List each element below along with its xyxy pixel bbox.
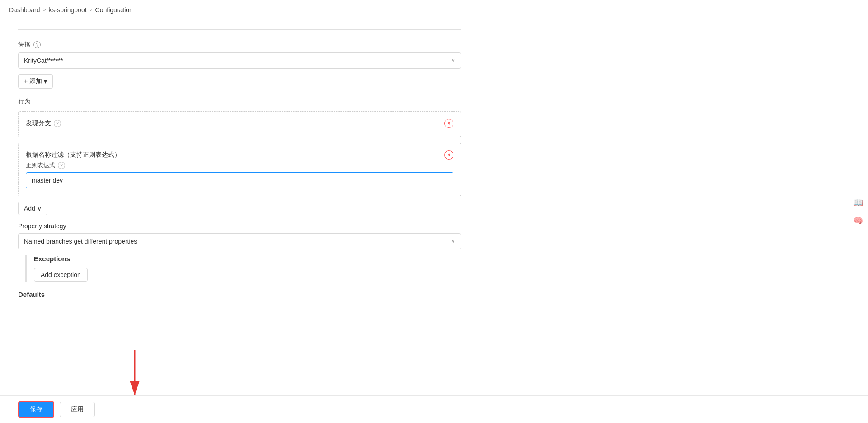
breadcrumb-sep1: > [43, 7, 46, 13]
breadcrumb-sep2: > [90, 7, 93, 13]
regex-help-icon[interactable]: ? [58, 162, 65, 169]
credentials-select[interactable]: KrityCat/****** ∨ [18, 52, 461, 69]
property-strategy-value: Named branches get different properties [24, 238, 137, 245]
credentials-help-icon[interactable]: ? [33, 41, 41, 48]
discover-branch-close-button[interactable]: × [444, 119, 453, 128]
defaults-section: Defaults [18, 291, 850, 298]
brain-icon: 🧠 [853, 216, 863, 226]
bottom-action-bar: 保存 应用 [0, 395, 868, 423]
regex-label-row: 正则表达式 ? [26, 161, 453, 169]
discover-branch-title-row: 发现分支 ? [26, 119, 61, 127]
book-icon: 📖 [853, 197, 863, 207]
discover-branch-box: 发现分支 ? × [18, 111, 461, 137]
credentials-section: 凭据 ? [18, 41, 850, 49]
breadcrumb-configuration: Configuration [95, 6, 133, 14]
exceptions-section: Exceptions Add exception [25, 255, 850, 282]
apply-label: 应用 [71, 405, 84, 413]
property-strategy-label: Property strategy [18, 222, 850, 230]
property-strategy-select[interactable]: Named branches get different properties … [18, 233, 461, 249]
add-behavior-chevron-icon: ∨ [37, 205, 42, 212]
add-credentials-chevron-icon: ▾ [44, 78, 47, 85]
discover-branch-title: 发现分支 [26, 119, 51, 127]
apply-button[interactable]: 应用 [60, 402, 95, 417]
breadcrumb: Dashboard > ks-springboot > Configuratio… [0, 0, 868, 20]
filter-by-name-title: 根据名称过滤（支持正则表达式） [26, 151, 121, 159]
credentials-value: KrityCat/****** [24, 57, 63, 64]
main-content: 凭据 ? KrityCat/****** ∨ + 添加 ▾ 行为 发现分支 ? … [0, 20, 868, 423]
close-icon2: × [447, 152, 450, 158]
add-credentials-button[interactable]: + 添加 ▾ [18, 74, 53, 89]
content-scroll: 凭据 ? KrityCat/****** ∨ + 添加 ▾ 行为 发现分支 ? … [0, 20, 868, 423]
regex-label: 正则表达式 [26, 161, 55, 169]
breadcrumb-ks-springboot[interactable]: ks-springboot [49, 6, 87, 14]
behavior-section-title: 行为 [18, 98, 850, 106]
book-icon-button[interactable]: 📖 [851, 195, 865, 210]
add-behavior-label: Add [24, 205, 35, 212]
discover-branch-header: 发现分支 ? × [26, 119, 453, 128]
close-icon: × [447, 120, 450, 127]
discover-branch-help-icon[interactable]: ? [54, 120, 61, 127]
filter-by-name-close-button[interactable]: × [444, 150, 453, 160]
add-behavior-button[interactable]: Add ∨ [18, 202, 47, 215]
save-button[interactable]: 保存 [18, 401, 54, 418]
add-exception-label: Add exception [41, 271, 81, 278]
credentials-label: 凭据 [18, 41, 31, 49]
add-exception-button[interactable]: Add exception [34, 268, 88, 282]
section-divider [18, 29, 461, 30]
filter-by-name-title-row: 根据名称过滤（支持正则表达式） [26, 151, 121, 159]
save-label: 保存 [30, 405, 42, 413]
brain-icon-button[interactable]: 🧠 [851, 213, 865, 228]
filter-by-name-header: 根据名称过滤（支持正则表达式） × [26, 150, 453, 160]
breadcrumb-dashboard[interactable]: Dashboard [9, 6, 40, 14]
add-credentials-label: + 添加 [24, 77, 42, 85]
regex-input[interactable] [26, 172, 453, 188]
defaults-title: Defaults [18, 291, 850, 298]
right-sidebar: 📖 🧠 [848, 192, 868, 231]
exceptions-title: Exceptions [34, 255, 850, 263]
filter-by-name-box: 根据名称过滤（支持正则表达式） × 正则表达式 ? [18, 143, 461, 196]
credentials-chevron-icon: ∨ [451, 57, 455, 64]
property-strategy-chevron-icon: ∨ [451, 238, 455, 244]
